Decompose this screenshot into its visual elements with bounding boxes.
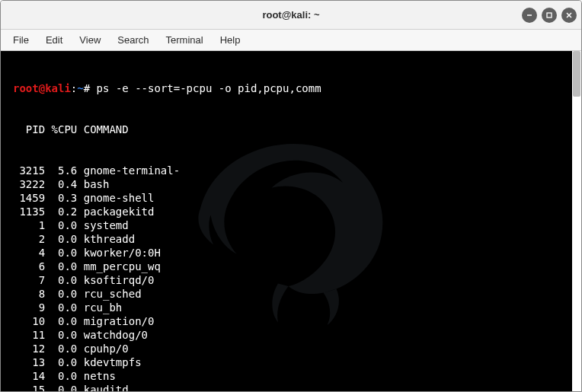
process-row: 2 0.0 kthreadd: [13, 232, 581, 246]
close-icon: [565, 11, 573, 19]
process-row: 13 0.0 kdevtmpfs: [13, 355, 581, 369]
column-header: PID %CPU COMMAND: [13, 123, 581, 136]
menu-edit[interactable]: Edit: [38, 31, 70, 49]
scrollbar[interactable]: [572, 51, 581, 391]
close-button[interactable]: [561, 8, 577, 23]
process-row: 15 0.0 kauditd: [13, 383, 581, 391]
process-row: 4 0.0 kworker/0:0H: [13, 246, 581, 260]
menu-terminal[interactable]: Terminal: [158, 31, 211, 49]
menu-search[interactable]: Search: [110, 31, 156, 49]
process-row: 7 0.0 ksoftirqd/0: [13, 273, 581, 287]
maximize-button[interactable]: [542, 8, 557, 23]
process-row: 10 0.0 migration/0: [13, 314, 581, 328]
scrollbar-thumb[interactable]: [573, 51, 580, 97]
process-row: 1135 0.2 packagekitd: [13, 205, 581, 218]
menu-view[interactable]: View: [72, 31, 108, 49]
titlebar: root@kali: ~: [1, 1, 581, 30]
prompt-path: ~: [77, 82, 83, 94]
menu-help[interactable]: Help: [213, 31, 248, 49]
minimize-button[interactable]: [522, 8, 537, 23]
terminal-window: root@kali: ~ File Edit View Search Termi…: [0, 0, 582, 392]
process-row: 14 0.0 netns: [13, 369, 581, 383]
prompt-line: root@kali:~# ps -e --sort=-pcpu -o pid,p…: [13, 81, 581, 95]
process-row: 12 0.0 cpuhp/0: [13, 342, 581, 355]
process-row: 3222 0.4 bash: [13, 177, 581, 191]
terminal-area[interactable]: root@kali:~# ps -e --sort=-pcpu -o pid,p…: [1, 51, 581, 391]
maximize-icon: [545, 11, 553, 19]
window-title: root@kali: ~: [262, 9, 319, 21]
process-row: 3215 5.6 gnome-terminal-: [13, 164, 581, 177]
process-row: 9 0.0 rcu_bh: [13, 301, 581, 314]
process-row: 1459 0.3 gnome-shell: [13, 191, 581, 205]
svg-rect-1: [547, 13, 552, 18]
process-row: 11 0.0 watchdog/0: [13, 328, 581, 342]
process-row: 8 0.0 rcu_sched: [13, 287, 581, 301]
menu-file[interactable]: File: [5, 31, 37, 49]
prompt-hash: #: [84, 82, 90, 94]
window-controls: [522, 8, 577, 23]
prompt-user: root@kali: [13, 82, 71, 94]
process-row: 6 0.0 mm_percpu_wq: [13, 260, 581, 273]
minimize-icon: [526, 11, 533, 19]
process-row: 1 0.0 systemd: [13, 218, 581, 232]
terminal-content: root@kali:~# ps -e --sort=-pcpu -o pid,p…: [1, 51, 581, 391]
menubar: File Edit View Search Terminal Help: [1, 30, 581, 51]
command-text: ps -e --sort=-pcpu -o pid,pcpu,comm: [97, 82, 321, 94]
